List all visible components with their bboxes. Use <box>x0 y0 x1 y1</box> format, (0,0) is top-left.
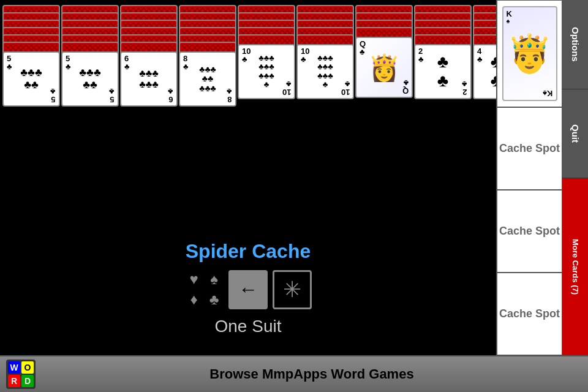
card-center: ♣♣♣♣♣♣♣♣ <box>199 65 216 93</box>
deal-button[interactable]: ← <box>228 270 268 309</box>
card-center: ♣♣♣♣♣♣ <box>139 68 159 89</box>
right-sidebar: K ♠ 🤴 K♠ Cache Spot Cache Spot Cache Spo… <box>496 0 562 355</box>
bottom-bar: W O R D Browse MmpApps Word Games <box>0 355 588 392</box>
options-button[interactable]: Options <box>562 0 588 89</box>
king-face-icon: 🤴 <box>507 32 552 75</box>
card-rank-bottom: 8♣ <box>227 88 232 104</box>
card-face[interactable]: 6♣ ♣♣♣♣♣♣ 6♣ <box>120 51 178 107</box>
card-center: ♣♣♣♣♣♣♣♣♣♣ <box>317 54 333 89</box>
spider-cache-title: Spider Cache <box>186 240 311 263</box>
card-rank-bottom: Q♣ <box>402 79 409 95</box>
card-rank-bottom: 2♣ <box>462 80 467 96</box>
browse-word-games-button[interactable]: Browse MmpApps Word Games <box>42 366 582 382</box>
cache-spot-1[interactable]: Cache Spot <box>497 107 562 190</box>
card-center: ♣♣ <box>437 53 448 91</box>
word-games-logo[interactable]: W O R D <box>6 360 36 389</box>
card-column-5[interactable]: 10♣ ♣♣♣♣♣♣♣♣♣♣ 10♣ <box>238 5 295 99</box>
card-rank-top: 10♣ <box>242 47 251 63</box>
card-column-3[interactable]: 6♣ ♣♣♣♣♣♣ 6♣ <box>120 5 178 107</box>
spade-icon: ♠ <box>210 271 218 288</box>
more-cards-button[interactable]: More Cards (7) <box>562 178 588 355</box>
king-suit-top: ♠ <box>507 17 510 24</box>
card-rank-top: 5♣ <box>66 55 71 70</box>
diamond-icon: ♦ <box>190 291 197 308</box>
cache-spot-3[interactable]: Cache Spot <box>497 273 562 355</box>
club-icon: ♣ <box>209 291 219 308</box>
card-rank-top: Q♣ <box>360 40 366 56</box>
card-face[interactable]: 10♣ ♣♣♣♣♣♣♣♣♣♣ 10♣ <box>296 44 354 99</box>
card-rank-top: 10♣ <box>301 47 309 63</box>
card-column-1[interactable]: 5♣ ♣♣♣♣♣ 5♣ <box>2 5 60 107</box>
suit-symbols: ♥ ♠ ♦ ♣ <box>184 270 224 309</box>
card-column-2[interactable]: 5♣ ♣♣♣♣♣ 5♣ <box>61 5 119 107</box>
card-face[interactable]: 5♣ ♣♣♣♣♣ 5♣ <box>61 51 119 107</box>
card-face[interactable]: 8♣ ♣♣♣♣♣♣♣♣ 8♣ <box>179 51 236 107</box>
card-column-8[interactable]: 2♣ ♣♣ 2♣ <box>414 5 472 99</box>
card-column-7[interactable]: Q♣ 👸 Q♣ <box>355 5 413 98</box>
right-buttons: Options Quit More Cards (7) <box>562 0 588 355</box>
king-card: K ♠ 🤴 K♠ <box>502 6 557 101</box>
card-center: ♣♣♣♣♣ <box>79 67 100 91</box>
king-rank-bottom: K♠ <box>543 89 552 98</box>
card-rank-top: 8♣ <box>183 55 189 70</box>
card-column-6[interactable]: 10♣ ♣♣♣♣♣♣♣♣♣♣ 10♣ <box>296 5 354 99</box>
card-rank-top: 2♣ <box>418 47 424 63</box>
cache-king-area[interactable]: K ♠ 🤴 K♠ <box>497 0 562 107</box>
quit-button[interactable]: Quit <box>562 89 588 179</box>
card-rank-top: 4♣ <box>477 47 483 63</box>
logo-w: W <box>8 361 20 374</box>
card-face[interactable]: 10♣ ♣♣♣♣♣♣♣♣♣♣ 10♣ <box>238 44 295 99</box>
spider-cache-area: Spider Cache ♥ ♠ ♦ ♣ ← ✳ One Suit <box>0 221 496 355</box>
cache-spot-2[interactable]: Cache Spot <box>497 190 562 273</box>
card-center: ♣♣♣♣♣♣♣♣♣♣ <box>258 54 274 89</box>
card-face-queen[interactable]: Q♣ 👸 Q♣ <box>355 37 413 98</box>
card-rank-bottom: 10♣ <box>282 80 291 96</box>
wildcard-button[interactable]: ✳ <box>273 270 312 309</box>
logo-o: O <box>21 361 34 374</box>
card-rank-bottom: 5♣ <box>109 88 115 104</box>
game-area: 5♣ ♣♣♣♣♣ 5♣ 5♣ ♣♣♣♣♣ 5♣ <box>0 0 496 355</box>
heart-icon: ♥ <box>189 271 198 288</box>
card-face[interactable]: 2♣ ♣♣ 2♣ <box>414 44 472 99</box>
columns-area: 5♣ ♣♣♣♣♣ 5♣ 5♣ ♣♣♣♣♣ 5♣ <box>0 0 496 227</box>
card-rank-top: 5♣ <box>7 55 12 70</box>
card-rank-bottom: 6♣ <box>168 88 173 104</box>
card-face[interactable]: 5♣ ♣♣♣♣♣ 5♣ <box>2 51 60 107</box>
card-center: ♣♣♣♣♣ <box>20 67 42 91</box>
card-rank-bottom: 10♣ <box>341 80 350 96</box>
logo-r: R <box>8 375 20 387</box>
card-rank-bottom: 5♣ <box>50 88 56 104</box>
spider-cache-icons: ♥ ♠ ♦ ♣ ← ✳ <box>184 270 312 309</box>
card-rank-top: 6♣ <box>124 55 130 70</box>
card-column-4[interactable]: 8♣ ♣♣♣♣♣♣♣♣ 8♣ <box>179 5 236 107</box>
logo-d: D <box>21 375 34 387</box>
one-suit-label: One Suit <box>215 317 282 336</box>
